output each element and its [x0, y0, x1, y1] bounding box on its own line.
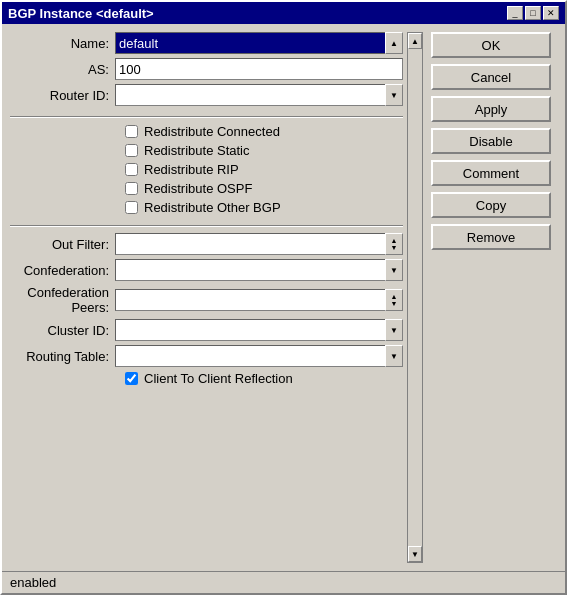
redistribute-connected-label: Redistribute Connected: [144, 124, 280, 139]
maximize-button[interactable]: □: [525, 6, 541, 20]
router-id-row: Router ID: ▼: [10, 84, 403, 106]
out-filter-row: Out Filter: ▲▼: [10, 233, 403, 255]
routing-table-dropdown[interactable]: ▼: [385, 345, 403, 367]
confederation-peers-input[interactable]: [115, 289, 385, 311]
name-label: Name:: [10, 36, 115, 51]
separator-1: [10, 116, 403, 118]
cluster-id-wrapper: ▼: [115, 319, 403, 341]
out-filter-scroll[interactable]: ▲▼: [385, 233, 403, 255]
client-to-client-checkbox[interactable]: [125, 372, 138, 385]
confederation-peers-label: Confederation Peers:: [10, 285, 115, 315]
router-id-label: Router ID:: [10, 88, 115, 103]
name-input-wrapper: ▲: [115, 32, 403, 54]
vertical-scrollbar: ▲ ▼: [407, 32, 423, 563]
title-bar-buttons: _ □ ✕: [507, 6, 559, 20]
redistribute-static-checkbox[interactable]: [125, 144, 138, 157]
title-bar: BGP Instance <default> _ □ ✕: [2, 2, 565, 24]
client-to-client-label: Client To Client Reflection: [144, 371, 293, 386]
cluster-id-dropdown[interactable]: ▼: [385, 319, 403, 341]
cancel-button[interactable]: Cancel: [431, 64, 551, 90]
remove-button[interactable]: Remove: [431, 224, 551, 250]
routing-table-wrapper: ▼: [115, 345, 403, 367]
confederation-label: Confederation:: [10, 263, 115, 278]
out-filter-wrapper: ▲▼: [115, 233, 403, 255]
as-row: AS:: [10, 58, 403, 80]
confederation-input[interactable]: [115, 259, 385, 281]
cluster-id-row: Cluster ID: ▼: [10, 319, 403, 341]
close-button[interactable]: ✕: [543, 6, 559, 20]
redistribute-ospf-row: Redistribute OSPF: [10, 181, 403, 196]
out-filter-label: Out Filter:: [10, 237, 115, 252]
redistribute-static-label: Redistribute Static: [144, 143, 250, 158]
separator-2: [10, 225, 403, 227]
out-filter-input[interactable]: [115, 233, 385, 255]
routing-table-input[interactable]: [115, 345, 385, 367]
as-label: AS:: [10, 62, 115, 77]
comment-button[interactable]: Comment: [431, 160, 551, 186]
scroll-track: [408, 49, 422, 546]
redistribute-other-bgp-row: Redistribute Other BGP: [10, 200, 403, 215]
router-id-input[interactable]: [115, 84, 385, 106]
redistribute-static-row: Redistribute Static: [10, 143, 403, 158]
as-input[interactable]: [115, 58, 403, 80]
name-scroll-up[interactable]: ▲: [385, 32, 403, 54]
redistribute-ospf-checkbox[interactable]: [125, 182, 138, 195]
redistribute-ospf-label: Redistribute OSPF: [144, 181, 252, 196]
apply-button[interactable]: Apply: [431, 96, 551, 122]
cluster-id-input[interactable]: [115, 319, 385, 341]
confederation-peers-row: Confederation Peers: ▲▼: [10, 285, 403, 315]
bgp-instance-window: BGP Instance <default> _ □ ✕ Name: ▲: [0, 0, 567, 595]
disable-button[interactable]: Disable: [431, 128, 551, 154]
form-area: Name: ▲ AS: Router ID: ▼: [10, 32, 403, 563]
window-body: Name: ▲ AS: Router ID: ▼: [2, 24, 565, 571]
name-input[interactable]: [115, 32, 385, 54]
client-to-client-row: Client To Client Reflection: [10, 371, 403, 386]
window-title: BGP Instance <default>: [8, 6, 154, 21]
redistribute-connected-checkbox[interactable]: [125, 125, 138, 138]
minimize-button[interactable]: _: [507, 6, 523, 20]
confederation-peers-scroll[interactable]: ▲▼: [385, 289, 403, 311]
confederation-peers-wrapper: ▲▼: [115, 289, 403, 311]
confederation-row: Confederation: ▼: [10, 259, 403, 281]
scroll-up-arrow[interactable]: ▲: [408, 33, 422, 49]
redistribute-rip-row: Redistribute RIP: [10, 162, 403, 177]
redistribute-other-bgp-checkbox[interactable]: [125, 201, 138, 214]
right-panel: OK Cancel Apply Disable Comment Copy Rem…: [431, 32, 557, 563]
routing-table-label: Routing Table:: [10, 349, 115, 364]
router-id-dropdown[interactable]: ▼: [385, 84, 403, 106]
redistribute-other-bgp-label: Redistribute Other BGP: [144, 200, 281, 215]
redistribute-connected-row: Redistribute Connected: [10, 124, 403, 139]
router-id-wrapper: ▼: [115, 84, 403, 106]
confederation-dropdown[interactable]: ▼: [385, 259, 403, 281]
main-area: Name: ▲ AS: Router ID: ▼: [10, 32, 423, 563]
copy-button[interactable]: Copy: [431, 192, 551, 218]
name-row: Name: ▲: [10, 32, 403, 54]
redistribute-rip-label: Redistribute RIP: [144, 162, 239, 177]
status-bar: enabled: [2, 571, 565, 593]
scroll-down-arrow[interactable]: ▼: [408, 546, 422, 562]
ok-button[interactable]: OK: [431, 32, 551, 58]
status-text: enabled: [10, 575, 56, 590]
cluster-id-label: Cluster ID:: [10, 323, 115, 338]
redistribute-rip-checkbox[interactable]: [125, 163, 138, 176]
confederation-wrapper: ▼: [115, 259, 403, 281]
routing-table-row: Routing Table: ▼: [10, 345, 403, 367]
